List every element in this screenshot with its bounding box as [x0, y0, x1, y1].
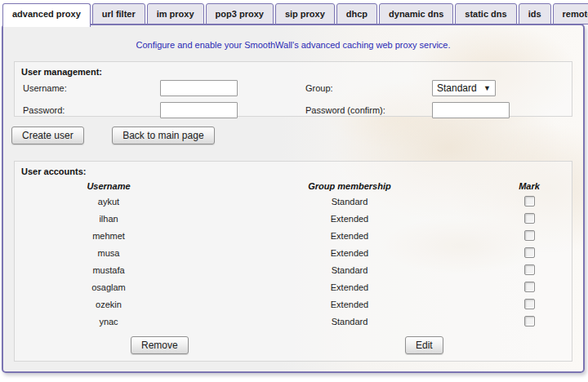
- tab-dhcp[interactable]: dhcp: [336, 3, 377, 24]
- tab-sip-proxy[interactable]: sip proxy: [275, 3, 335, 24]
- mark-checkbox[interactable]: [524, 299, 535, 309]
- user-accounts-section: User accounts: Username Group membership…: [14, 161, 572, 362]
- account-group: Standard: [203, 317, 497, 326]
- user-accounts-title: User accounts:: [15, 162, 572, 180]
- accounts-table: Username Group membership Mark aykut Sta…: [15, 181, 572, 330]
- create-user-button[interactable]: Create user: [11, 127, 84, 144]
- tab-label: static dns: [465, 9, 506, 19]
- table-row: mustafa Standard: [15, 261, 572, 278]
- tab-label: dhcp: [346, 9, 368, 19]
- account-group: Standard: [203, 197, 497, 207]
- mark-checkbox[interactable]: [524, 247, 535, 258]
- password-label: Password:: [23, 105, 160, 115]
- account-group: Standard: [203, 265, 497, 275]
- dropdown-arrow-icon: ▼: [483, 85, 491, 92]
- edit-button[interactable]: Edit: [405, 336, 443, 354]
- account-group: Extended: [203, 231, 497, 241]
- mark-checkbox[interactable]: [524, 282, 535, 292]
- user-management-form: Username: Group: Standard ▼ Password: Pa…: [15, 80, 572, 118]
- tab-remote-access[interactable]: remote access: [553, 3, 588, 24]
- header-mark: Mark: [497, 181, 562, 193]
- username-label: Username:: [23, 83, 160, 93]
- account-group: Extended: [203, 300, 497, 309]
- table-row: musa Extended: [15, 244, 572, 261]
- table-row: ynac Standard: [15, 313, 572, 330]
- header-group: Group membership: [203, 181, 497, 193]
- group-label: Group:: [305, 83, 432, 93]
- tab-static-dns[interactable]: static dns: [455, 3, 516, 24]
- tab-dynamic-dns[interactable]: dynamic dns: [379, 3, 453, 24]
- back-to-main-button[interactable]: Back to main page: [112, 127, 214, 144]
- account-username: ozekin: [15, 300, 203, 309]
- content-panel: Configure and enable your SmoothWall's a…: [2, 24, 585, 373]
- account-username: mustafa: [15, 265, 203, 275]
- account-username: ynac: [15, 317, 203, 326]
- table-row: ozekin Extended: [15, 295, 572, 313]
- password-confirm-input[interactable]: [432, 102, 510, 118]
- username-input[interactable]: [160, 80, 238, 96]
- tab-label: im proxy: [157, 9, 194, 19]
- table-row: mehmet Extended: [15, 227, 572, 244]
- password-input[interactable]: [160, 102, 238, 118]
- form-actions: Create user Back to main page: [11, 127, 215, 144]
- tab-label: ids: [528, 9, 541, 19]
- header-username: Username: [15, 181, 203, 193]
- account-username: mehmet: [15, 231, 203, 241]
- user-management-section: User management: Username: Group: Standa…: [14, 61, 572, 117]
- tab-ids[interactable]: ids: [519, 3, 551, 24]
- tab-im-proxy[interactable]: im proxy: [147, 3, 204, 24]
- tab-label: remote access: [563, 9, 588, 19]
- tab-advanced-proxy[interactable]: advanced proxy: [2, 3, 91, 27]
- tab-bar: advanced proxy url filter im proxy pop3 …: [2, 3, 588, 27]
- mark-checkbox[interactable]: [524, 213, 535, 224]
- table-row: aykut Standard: [15, 193, 572, 210]
- mark-checkbox[interactable]: [524, 264, 535, 275]
- account-group: Extended: [203, 214, 497, 224]
- page-subtitle: Configure and enable your SmoothWall's a…: [3, 40, 583, 50]
- account-username: aykut: [15, 197, 203, 207]
- user-management-title: User management:: [15, 62, 572, 80]
- account-group: Extended: [203, 248, 497, 258]
- account-username: osaglam: [15, 282, 203, 292]
- group-select[interactable]: Standard ▼: [432, 80, 496, 96]
- account-username: ilhan: [15, 214, 203, 224]
- tab-label: dynamic dns: [389, 9, 443, 19]
- remove-button[interactable]: Remove: [131, 336, 189, 354]
- account-username: musa: [15, 248, 203, 258]
- password-confirm-label: Password (confirm):: [305, 105, 432, 115]
- mark-checkbox[interactable]: [524, 230, 535, 241]
- table-row: osaglam Extended: [15, 278, 572, 295]
- accounts-table-header: Username Group membership Mark: [15, 181, 572, 193]
- mark-checkbox[interactable]: [524, 196, 535, 207]
- accounts-actions: Remove Edit: [15, 336, 572, 361]
- tab-label: url filter: [102, 9, 136, 19]
- tab-label: sip proxy: [285, 9, 325, 19]
- group-select-value: Standard: [437, 82, 477, 94]
- tab-label: pop3 proxy: [216, 9, 264, 19]
- accounts-rows: aykut Standard ilhan Extended mehmet Ext…: [15, 193, 572, 330]
- tab-pop3-proxy[interactable]: pop3 proxy: [206, 3, 274, 24]
- tab-url-filter[interactable]: url filter: [92, 3, 145, 24]
- table-row: ilhan Extended: [15, 210, 572, 227]
- mark-checkbox[interactable]: [524, 316, 535, 326]
- tab-label: advanced proxy: [12, 9, 81, 19]
- account-group: Extended: [203, 282, 497, 292]
